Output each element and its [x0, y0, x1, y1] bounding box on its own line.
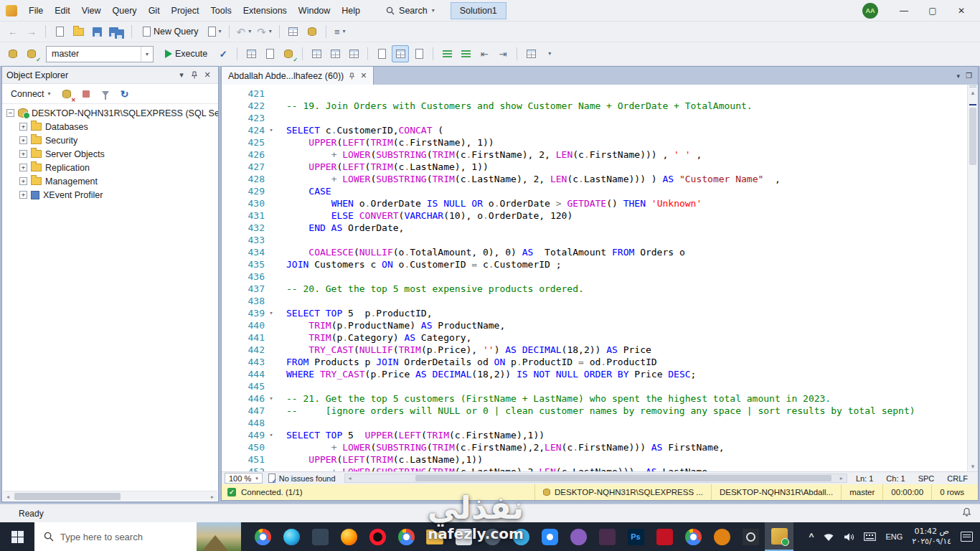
taskbar-app-browser-2[interactable] [392, 522, 420, 551]
menu-window[interactable]: Window [293, 3, 336, 19]
sqlcmd-icon[interactable] [522, 45, 540, 62]
maximize-button[interactable]: ▢ [920, 1, 946, 20]
taskbar-app-app-plum[interactable] [593, 522, 621, 551]
editor-hscrollbar[interactable]: ◂ ▸ [344, 474, 847, 483]
taskbar-app-app-orange[interactable] [707, 522, 736, 551]
network-icon[interactable] [823, 532, 834, 542]
code-text[interactable]: ELSE CONVERT(VARCHAR(10), o.OrderDate, 1… [278, 209, 573, 222]
change-connection-icon[interactable]: ✓ [23, 45, 40, 62]
new-query-button[interactable]: New Query [137, 23, 204, 40]
code-text[interactable]: UPPER(LEFT(TRIM(c.LastName), 1)) [278, 161, 489, 173]
tree-expander-icon[interactable]: + [19, 191, 27, 199]
taskbar-app-firefox[interactable] [334, 522, 363, 551]
fold-collapse-icon[interactable]: ▾ [265, 124, 278, 136]
float-window-icon[interactable]: ❐ [966, 72, 972, 80]
zoom-selector[interactable]: 100 % ▾ [225, 473, 263, 484]
code-text[interactable]: + LOWER(SUBSTRING(TRIM(c.LastName), 2, L… [278, 173, 781, 185]
hidden-icons-chevron-icon[interactable]: ^ [809, 532, 814, 542]
menu-edit[interactable]: Edit [49, 3, 76, 19]
taskbar-app-edge[interactable] [277, 522, 306, 551]
solution-name[interactable]: Solution1 [451, 2, 507, 19]
document-health-indicator[interactable]: No issues found [268, 474, 336, 483]
taskbar-app-app-purple[interactable] [564, 522, 593, 551]
code-text[interactable] [278, 417, 286, 429]
connect-button[interactable]: Connect ▾ [6, 88, 56, 100]
tree-expander-icon[interactable]: + [19, 150, 27, 158]
client-stats-icon[interactable] [345, 45, 362, 62]
tab-list-chevron-icon[interactable]: ▾ [957, 72, 961, 80]
nav-back-icon[interactable]: ← [4, 23, 22, 40]
taskbar-app-photoshop[interactable]: Ps [621, 522, 650, 551]
tree-item-server-objects[interactable]: +Server Objects [2, 147, 218, 161]
taskbar-app-opera[interactable] [363, 522, 392, 551]
scrollbar-thumb[interactable] [14, 493, 121, 500]
user-avatar[interactable]: AA [862, 3, 878, 19]
taskbar-app-obs[interactable] [736, 522, 765, 551]
taskbar-clock[interactable]: 01:42 ص ٢٠٢٥/٠٩/١٤ [912, 527, 951, 547]
editor-vscrollbar[interactable]: ▲ ▼ [967, 85, 978, 471]
menu-view[interactable]: View [76, 3, 107, 19]
code-text[interactable]: UPPER(LEFT(TRIM(c.FirstName), 1)) [278, 136, 494, 149]
start-button[interactable] [0, 522, 34, 551]
code-text[interactable]: SELECT c.CustomerID,CONCAT ( [278, 124, 443, 136]
code-text[interactable]: TRIM(p.ProductName) AS ProductName, [278, 319, 505, 331]
scroll-right-icon[interactable]: ▸ [207, 491, 217, 501]
taskbar-app-app-slate[interactable] [478, 522, 507, 551]
taskbar-app-browser-3[interactable] [679, 522, 707, 551]
close-button[interactable]: ✕ [948, 1, 974, 20]
tree-item-desktop-nqhn31r-sqlexpress-sql-server-1[interactable]: −DESKTOP-NQHN31R\SQLEXPRESS (SQL Server … [2, 106, 218, 120]
taskbar-app-app-light[interactable] [449, 522, 478, 551]
execute-button[interactable]: Execute [159, 45, 213, 62]
activity-monitor-icon[interactable] [285, 23, 302, 40]
code-text[interactable]: -- 20. Get the top 5 most expensive prod… [278, 283, 584, 295]
code-text[interactable]: WHEN o.OrderDate IS NULL OR o.OrderDate … [278, 197, 702, 209]
query-options-icon[interactable] [261, 45, 278, 62]
fold-collapse-icon[interactable]: ▾ [265, 392, 278, 405]
results-to-grid-icon[interactable] [392, 45, 409, 62]
toolbar-overflow-icon[interactable]: ▾ [541, 45, 558, 62]
scrollbar-thumb[interactable] [969, 108, 976, 165]
fold-collapse-icon[interactable]: ▾ [265, 429, 278, 441]
touch-keyboard-icon[interactable] [864, 532, 876, 541]
code-text[interactable]: TRIM(p.Category) AS Category, [278, 331, 471, 344]
taskbar-app-chrome[interactable] [248, 522, 277, 551]
pin-icon[interactable] [188, 69, 201, 82]
taskbar-app-zoom[interactable] [535, 522, 564, 551]
redo-icon[interactable]: ↷▾ [255, 23, 274, 40]
code-text[interactable]: + LOWER(SUBSTRING(TRIM(c.FirstName),2,LE… [278, 441, 725, 453]
taskbar-app-app-blue[interactable] [507, 522, 535, 551]
taskbar-app-acrobat[interactable] [650, 522, 679, 551]
tree-item-replication[interactable]: +Replication [2, 161, 218, 174]
intellisense-icon[interactable]: ✓ [280, 45, 297, 62]
menu-project[interactable]: Project [166, 3, 205, 19]
tree-expander-icon[interactable]: + [19, 123, 27, 131]
close-icon[interactable]: ✕ [201, 69, 214, 82]
action-center-icon[interactable] [961, 532, 973, 542]
code-editor-surface[interactable]: 421422-- 19. Join Orders with Customers … [222, 85, 967, 471]
refresh-icon[interactable]: ↻ [116, 85, 133, 103]
available-databases-icon[interactable] [4, 45, 22, 62]
taskbar-search-box[interactable]: Type here to search [34, 522, 241, 551]
code-text[interactable] [278, 270, 286, 283]
save-icon[interactable] [88, 23, 105, 40]
code-text[interactable]: SELECT TOP 5 p.ProductID, [278, 307, 433, 319]
code-text[interactable]: WHERE TRY_CAST(p.Price AS DECIMAL(18,2))… [278, 368, 696, 380]
code-text[interactable]: FROM Products p JOIN OrderDetails od ON … [278, 356, 657, 368]
scroll-left-icon[interactable]: ◂ [345, 474, 355, 482]
code-text[interactable] [278, 295, 286, 307]
uncomment-icon[interactable] [457, 45, 474, 62]
language-indicator[interactable]: ENG [885, 532, 903, 541]
chevron-down-icon[interactable]: ▾ [175, 69, 188, 82]
stop-process-icon[interactable] [77, 85, 95, 103]
menu-query[interactable]: Query [107, 3, 143, 19]
estimated-plan-icon[interactable] [242, 45, 260, 62]
pin-icon[interactable] [349, 72, 355, 80]
tab-close-icon[interactable]: ✕ [360, 71, 367, 80]
taskbar-app-file-explorer[interactable] [420, 522, 449, 551]
tree-expander-icon[interactable]: − [6, 109, 14, 117]
scroll-up-icon[interactable]: ▲ [968, 90, 978, 96]
code-text[interactable]: END AS OrderDate, [278, 222, 404, 234]
search-box[interactable]: Search ▾ [380, 4, 440, 18]
splitter-handle[interactable] [969, 85, 976, 89]
live-query-stats-icon[interactable] [326, 45, 344, 62]
